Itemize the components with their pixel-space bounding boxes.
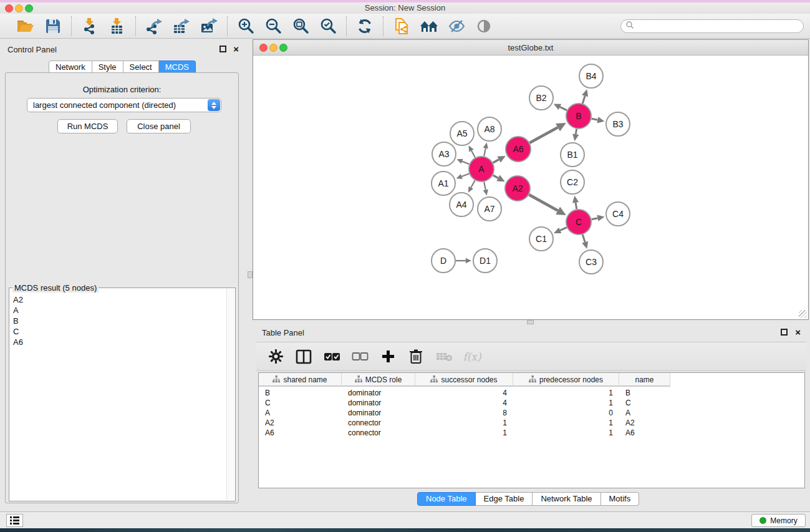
tab-network-table[interactable]: Network Table xyxy=(533,492,600,506)
table-cell[interactable]: A xyxy=(619,408,670,418)
open-file-icon[interactable] xyxy=(16,17,35,36)
table-cell[interactable]: dominator xyxy=(342,398,415,408)
hide-details-icon[interactable] xyxy=(447,17,466,36)
edge-A-A5[interactable] xyxy=(471,150,475,157)
column-header-MCDS-role[interactable]: MCDS role xyxy=(342,373,415,387)
edge-C-C2[interactable] xyxy=(576,203,577,209)
tab-select[interactable]: Select xyxy=(123,60,159,74)
network-window-title-bar[interactable]: testGlobe.txt xyxy=(253,40,808,56)
run-mcds-button[interactable]: Run MCDS xyxy=(57,119,118,133)
zoom-selected-icon[interactable] xyxy=(319,17,337,36)
duplicate-network-icon[interactable] xyxy=(392,17,411,36)
table-cell[interactable]: C xyxy=(259,398,342,408)
network-canvas[interactable]: B4B2BB3A8A5A6A3B1AC2A1A2A4A7C4CC1DD1C3 xyxy=(253,56,808,319)
select-all-icon[interactable] xyxy=(323,348,340,365)
window-resize-grip[interactable] xyxy=(799,310,807,318)
show-details-icon[interactable] xyxy=(475,17,493,36)
table-cell[interactable]: A2 xyxy=(259,418,342,428)
tab-mcds[interactable]: MCDS xyxy=(159,60,196,74)
table-close-icon[interactable]: × xyxy=(795,327,801,337)
tab-network[interactable]: Network xyxy=(49,60,92,74)
float-panel-icon[interactable] xyxy=(219,46,226,52)
criterion-dropdown[interactable]: largest connected component (directed) xyxy=(27,98,221,112)
column-header-successor-nodes[interactable]: successor nodes xyxy=(415,373,513,387)
vertical-splitter-handle[interactable] xyxy=(248,271,253,278)
edge-A-A3[interactable] xyxy=(462,162,469,165)
split-view-icon[interactable] xyxy=(295,348,312,365)
edge-A6-B[interactable] xyxy=(529,127,557,143)
table-cell[interactable]: 1 xyxy=(513,398,619,408)
table-cell[interactable]: 4 xyxy=(415,388,513,398)
save-session-icon[interactable] xyxy=(44,17,62,36)
table-row[interactable]: Adominator80A xyxy=(259,408,670,418)
table-cell[interactable]: dominator xyxy=(342,388,415,398)
result-item[interactable]: A2 xyxy=(13,294,226,305)
table-cell[interactable]: 1 xyxy=(513,388,619,398)
edge-B-B4[interactable] xyxy=(582,96,585,104)
task-history-button[interactable] xyxy=(6,514,23,527)
edge-A2-C[interactable] xyxy=(529,195,557,211)
tab-style[interactable]: Style xyxy=(92,60,123,74)
edge-A-A4[interactable] xyxy=(471,180,475,187)
zoom-in-icon[interactable] xyxy=(236,17,255,36)
table-cell[interactable]: 8 xyxy=(415,408,513,418)
table-cell[interactable]: A6 xyxy=(619,428,670,438)
table-cell[interactable]: connector xyxy=(342,418,415,428)
table-cell[interactable]: A xyxy=(259,408,342,418)
edge-A-A6[interactable] xyxy=(493,160,499,163)
add-column-icon[interactable] xyxy=(379,348,397,365)
edge-A-A7[interactable] xyxy=(484,182,486,190)
tab-edge-table[interactable]: Edge Table xyxy=(476,492,533,506)
table-cell[interactable]: 4 xyxy=(415,398,513,408)
table-cell[interactable]: 0 xyxy=(513,408,619,418)
deselect-all-icon[interactable] xyxy=(351,348,369,365)
table-cell[interactable]: B xyxy=(259,388,342,398)
table-row[interactable]: Cdominator41C xyxy=(259,398,670,408)
mcds-result-list[interactable]: A2ABCA6 xyxy=(10,292,226,500)
settings-icon[interactable] xyxy=(267,348,284,365)
edge-A-A8[interactable] xyxy=(484,148,486,157)
close-panel-icon[interactable]: × xyxy=(233,44,239,54)
tab-node-table[interactable]: Node Table xyxy=(417,492,476,506)
table-cell[interactable]: 1 xyxy=(415,428,513,438)
memory-button[interactable]: Memory xyxy=(751,514,806,527)
edge-B-B1[interactable] xyxy=(576,129,576,134)
result-scrollbar[interactable] xyxy=(226,289,234,500)
search-input[interactable] xyxy=(620,19,804,33)
zoom-out-icon[interactable] xyxy=(264,17,282,36)
horizontal-splitter-handle[interactable] xyxy=(527,320,534,324)
edge-A-A2[interactable] xyxy=(493,175,498,178)
home-icon[interactable] xyxy=(420,17,438,36)
export-network-icon[interactable] xyxy=(145,17,163,36)
result-item[interactable]: A6 xyxy=(13,337,226,347)
column-header-predecessor-nodes[interactable]: predecessor nodes xyxy=(513,373,619,387)
close-panel-button[interactable]: Close panel xyxy=(127,119,191,133)
column-header-shared-name[interactable]: shared name xyxy=(259,373,342,387)
export-image-icon[interactable] xyxy=(200,17,218,36)
import-table-icon[interactable] xyxy=(108,17,127,36)
table-cell[interactable]: dominator xyxy=(342,408,415,418)
table-cell[interactable]: C xyxy=(619,398,670,408)
table-row[interactable]: A2connector11A2 xyxy=(259,418,670,428)
table-cell[interactable]: A6 xyxy=(259,428,342,438)
result-item[interactable]: C xyxy=(13,326,226,337)
result-item[interactable]: B xyxy=(13,316,226,326)
edge-C-C1[interactable] xyxy=(560,228,567,231)
table-float-icon[interactable] xyxy=(781,329,788,336)
table-cell[interactable]: 1 xyxy=(513,428,619,438)
edge-B-B2[interactable] xyxy=(560,107,567,110)
network-graph[interactable]: B4B2BB3A8A5A6A3B1AC2A1A2A4A7C4CC1DD1C3 xyxy=(253,56,808,319)
zoom-fit-icon[interactable] xyxy=(291,17,310,36)
table-cell[interactable]: 1 xyxy=(513,418,619,428)
edge-C-C4[interactable] xyxy=(592,218,598,220)
table-cell[interactable]: connector xyxy=(342,428,415,438)
edge-B-B3[interactable] xyxy=(592,118,598,120)
node-table[interactable]: shared nameMCDS rolesuccessor nodesprede… xyxy=(258,372,805,488)
result-item[interactable]: A xyxy=(13,305,226,316)
export-table-icon[interactable] xyxy=(172,17,191,36)
refresh-layout-icon[interactable] xyxy=(355,17,374,36)
table-row[interactable]: A6connector11A6 xyxy=(259,428,670,438)
import-network-icon[interactable] xyxy=(80,17,99,36)
tab-motifs[interactable]: Motifs xyxy=(601,492,640,506)
edge-C-C3[interactable] xyxy=(582,235,585,242)
